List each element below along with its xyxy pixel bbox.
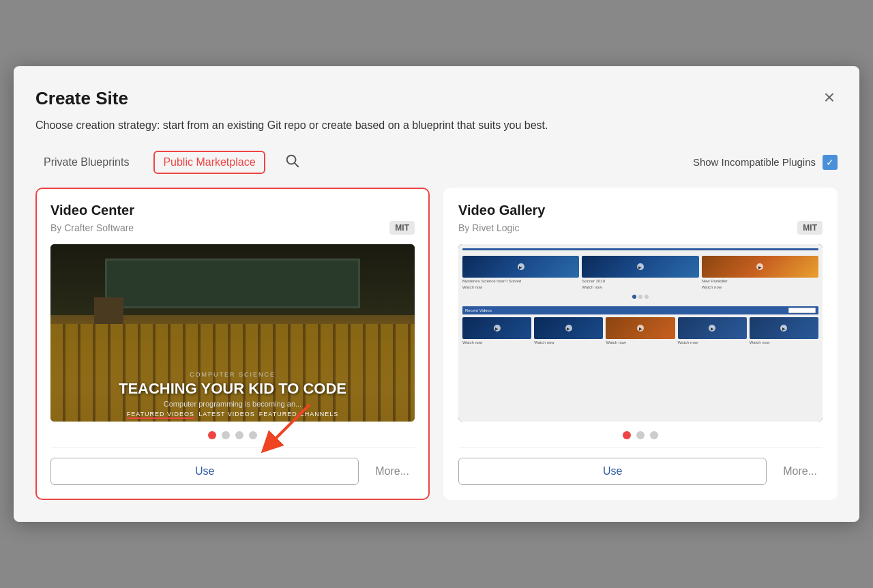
close-button[interactable]: × [821, 88, 838, 107]
cards-row: Video Center By Crafter Software MIT COM… [35, 188, 838, 500]
dot-4 [249, 431, 257, 439]
vg-play-1: ▶ [518, 263, 524, 270]
svg-line-1 [295, 163, 298, 166]
vg-watch-2: Watch now [582, 285, 698, 290]
vg-bottom-row: ▶ Watch now ▶ Watch now ▶ [462, 317, 818, 345]
vg-watch-3: Watch now [702, 285, 818, 290]
dot-2 [222, 431, 230, 439]
use-button-video-center[interactable]: Use [50, 458, 359, 485]
vg-b-watch-2: Watch now [534, 340, 603, 345]
vg-b-thumb-4: ▶ [678, 317, 747, 339]
vg-search-box [788, 308, 816, 313]
dialog-title: Create Site [35, 88, 128, 109]
more-button-video-gallery[interactable]: More... [778, 458, 823, 484]
vg-label-2: Soccer 2019 [582, 279, 698, 284]
vg-dot-active [632, 295, 636, 299]
vg-dot-2 [645, 295, 649, 299]
dots-video-center [50, 422, 415, 447]
card-title-video-center: Video Center [50, 203, 415, 218]
vg-b-watch-4: Watch now [678, 340, 747, 345]
dot-1 [208, 431, 216, 439]
card-badge-video-center: MIT [389, 221, 415, 235]
vg-b-play-5: ▶ [780, 325, 787, 332]
card-meta-video-center: By Crafter Software MIT [50, 221, 415, 235]
dot-3 [235, 431, 243, 439]
card-video-center: Video Center By Crafter Software MIT COM… [35, 188, 430, 500]
vg-item-3: ▶ New Painkiller Watch now [702, 256, 818, 290]
vg-thumb-3: ▶ [702, 256, 818, 278]
tab-public-marketplace[interactable]: Public Marketplace [153, 151, 265, 174]
vg-b-play-2: ▶ [565, 325, 572, 332]
card-actions-video-gallery: Use More... [458, 447, 823, 499]
dialog-header: Create Site × [35, 88, 838, 109]
vg-b-item-3: ▶ Watch now [606, 317, 675, 345]
vg-b-watch-5: Watch now [750, 340, 818, 345]
vg-play-3: ▶ [756, 263, 763, 270]
vg-label-3: New Painkiller [702, 279, 818, 284]
vg-thumb-2: ▶ [582, 256, 698, 278]
lecture-sub: Computer programming is becoming an... [50, 400, 415, 408]
card-author-video-center: By Crafter Software [50, 222, 134, 233]
vg-section-label: Recent Videos [465, 308, 492, 312]
vg-top-row: ▶ Mysteries Science hasn't Solved Watch … [462, 256, 818, 290]
lecture-tag: COMPUTER SCIENCE [50, 371, 415, 378]
show-incompatible-label: Show Incompatible Plugins [693, 156, 816, 168]
vg-b-watch-1: Watch now [462, 340, 531, 345]
dialog-subtitle: Choose creation strategy: start from an … [35, 117, 838, 134]
vg-b-item-1: ▶ Watch now [462, 317, 531, 345]
video-gallery-preview: ▶ Mysteries Science hasn't Solved Watch … [458, 244, 823, 422]
vg-label-1: Mysteries Science hasn't Solved [462, 279, 579, 284]
card-meta-video-gallery: By Rivet Logic MIT [458, 221, 823, 235]
card-image-video-gallery: ▶ Mysteries Science hasn't Solved Watch … [458, 244, 823, 422]
more-button-video-center[interactable]: More... [370, 458, 415, 484]
lecture-hall-overlay: COMPUTER SCIENCE TEACHING YOUR KID TO CO… [50, 371, 415, 408]
incompatible-checkbox[interactable]: ✓ [823, 155, 838, 170]
vg-watch-1: Watch now [462, 285, 579, 290]
vg-b-thumb-2: ▶ [534, 317, 603, 339]
create-site-dialog: Create Site × Choose creation strategy: … [14, 66, 859, 522]
vg-b-play-3: ▶ [637, 325, 644, 332]
card-actions-video-center: Use More... [50, 447, 415, 499]
vg-b-item-4: ▶ Watch now [678, 317, 747, 345]
card-video-gallery: Video Gallery By Rivet Logic MIT ▶ Myste… [443, 188, 838, 500]
lecture-nav: FEATURED VIDEOS LATEST VIDEOS FEATURED C… [50, 411, 415, 419]
vg-b-thumb-5: ▶ [750, 317, 818, 339]
tab-private-blueprints[interactable]: Private Blueprints [35, 152, 137, 173]
use-button-video-gallery[interactable]: Use [458, 458, 767, 485]
dot-vg-3 [650, 431, 658, 439]
card-image-video-center: COMPUTER SCIENCE TEACHING YOUR KID TO CO… [50, 244, 415, 422]
card-title-video-gallery: Video Gallery [458, 203, 823, 218]
vg-b-thumb-3: ▶ [606, 317, 675, 339]
nav-channels: FEATURED CHANNELS [259, 411, 338, 419]
card-badge-video-gallery: MIT [797, 221, 823, 235]
vg-item-1: ▶ Mysteries Science hasn't Solved Watch … [462, 256, 579, 290]
vg-dots-top [462, 295, 818, 299]
card-author-video-gallery: By Rivet Logic [458, 222, 519, 233]
dots-video-gallery [458, 422, 823, 447]
lecture-heading: TEACHING YOUR KID TO CODE [50, 381, 415, 397]
dot-vg-1 [623, 431, 631, 439]
vg-section-bar: Recent Videos [462, 306, 818, 314]
tabs-row: Private Blueprints Public Marketplace Sh… [35, 150, 838, 174]
vg-play-2: ▶ [637, 263, 644, 270]
vg-b-play-4: ▶ [709, 325, 715, 332]
vg-item-2: ▶ Soccer 2019 Watch now [582, 256, 698, 290]
search-icon [284, 153, 299, 168]
vg-b-item-5: ▶ Watch now [750, 317, 818, 345]
vg-b-thumb-1: ▶ [462, 317, 531, 339]
dot-vg-2 [636, 431, 645, 439]
vg-dot-1 [638, 295, 642, 299]
nav-latest: LATEST VIDEOS [198, 411, 255, 419]
vg-b-item-2: ▶ Watch now [534, 317, 603, 345]
nav-featured: FEATURED VIDEOS [127, 411, 194, 419]
search-button[interactable] [282, 150, 302, 174]
show-incompatible-row: Show Incompatible Plugins ✓ [693, 155, 838, 170]
vg-thumb-1: ▶ [462, 256, 579, 278]
vg-b-play-1: ▶ [494, 325, 501, 332]
lecture-hall-bg: COMPUTER SCIENCE TEACHING YOUR KID TO CO… [50, 244, 415, 422]
vg-top-bar [462, 248, 818, 250]
vg-b-watch-3: Watch now [606, 340, 675, 345]
